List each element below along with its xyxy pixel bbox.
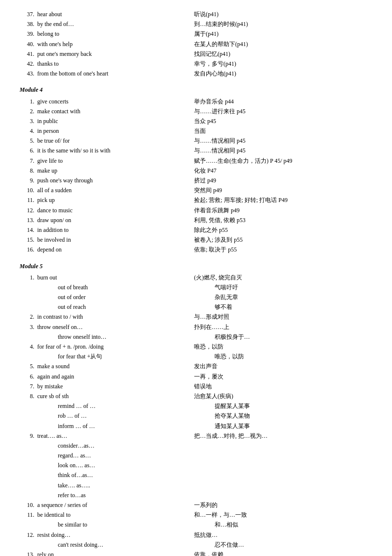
table-row: 6.again and again一再，屡次 [20, 372, 372, 381]
table-row: refer to…as [20, 491, 372, 500]
table-row: throw oneself into…积极投身于… [20, 332, 372, 342]
entry-phrase: push one's way through [37, 176, 194, 185]
entry-translation: 与……情况相同 p45 [194, 146, 372, 155]
entry-translation: 听说(p41) [194, 10, 372, 19]
entry-translation: 一再，屡次 [194, 372, 372, 381]
entry-number: 10. [20, 186, 37, 195]
entry-phrase: take…. as….. [58, 481, 215, 490]
table-row: 13.rely on依靠，依赖 [20, 550, 372, 556]
entry-translation: 一系列的 [194, 501, 372, 510]
entry-number: 13. [20, 216, 37, 225]
entry-translation: 找回记忆(p41) [194, 50, 372, 59]
entry-number: 13. [20, 550, 37, 556]
table-row: 4.for fear of + n. /pron. /doing唯恐，以防 [20, 342, 372, 352]
entry-number: 7. [20, 382, 37, 391]
content: 37.hear about听说(p41)38.by the end of…到…结… [20, 10, 372, 556]
entry-phrase: hear about [37, 10, 194, 19]
entry-translation: 气喘吁吁 [215, 283, 372, 292]
entry-number [40, 461, 58, 470]
entry-translation: 伴着音乐跳舞 p49 [194, 206, 372, 215]
table-row: 4.in person当面 [20, 126, 372, 136]
entry-phrase: out of breath [58, 283, 215, 292]
entry-translation: 当面 [194, 126, 372, 136]
entry-number: 3. [20, 323, 37, 332]
entry-phrase: put one's memory back [37, 50, 194, 59]
entry-phrase: draw upon/ on [37, 216, 194, 225]
table-row: 10.a sequence / series of一系列的 [20, 501, 372, 510]
entry-phrase: from the bottom of one's heart [37, 69, 194, 78]
entry-phrase: rob … of … [58, 411, 215, 421]
entry-phrase: give concerts [37, 97, 194, 106]
table-row: 5.be true of/ for与……情况相同 p45 [20, 136, 372, 146]
entry-translation: 与…形成对照 [194, 312, 372, 322]
entry-translation: 在某人的帮助下(p41) [194, 40, 372, 49]
entry-translation: 把…当成…对待, 把…视为… [194, 431, 372, 441]
entry-number [40, 520, 58, 530]
table-row: for fear that +从句唯恐，以防 [20, 352, 372, 361]
entry-translation: 依靠; 取决于 p55 [194, 245, 372, 254]
entry-translation: 和…一样，与…一致 [194, 510, 372, 520]
entry-number [40, 293, 58, 302]
entry-phrase: dance to music [37, 206, 194, 215]
table-row: 1.give concerts举办音乐会 p44 [20, 97, 372, 106]
entry-translation: 到…结束的时候(p41) [194, 20, 372, 29]
entry-number: 8. [20, 166, 37, 176]
entry-phrase: out of reach [58, 303, 215, 312]
entry-translation: 提醒某人某事 [215, 402, 372, 411]
entry-phrase: for fear that +从句 [58, 352, 215, 361]
entry-number [40, 422, 58, 431]
entry-phrase: resist doing… [37, 531, 194, 540]
entry-translation: 发自内心地(p41) [194, 69, 372, 78]
entry-translation: 挤过 p49 [194, 176, 372, 185]
entry-phrase: all of a sudden [37, 186, 194, 195]
table-row: regard… as… [20, 451, 372, 460]
table-row: 9.treat…. as…把…当成…对待, 把…视为… [20, 431, 372, 441]
table-row: look on…. as… [20, 461, 372, 470]
entry-number [40, 332, 58, 342]
entry-number [40, 303, 58, 312]
table-row: 1.burn out(火)燃尽, 烧完自灭 [20, 273, 372, 282]
entry-number: 12. [20, 531, 37, 540]
table-row: take…. as….. [20, 481, 372, 490]
entry-number: 11. [20, 196, 37, 205]
entry-phrase: by mistake [37, 382, 194, 391]
entry-phrase: in person [37, 126, 194, 136]
table-row: 10.all of a sudden突然间 p49 [20, 186, 372, 195]
entry-translation: 当众 p45 [194, 117, 372, 126]
entry-number [40, 471, 58, 480]
entry-phrase: depend on [37, 245, 194, 254]
table-row: out of breath气喘吁吁 [20, 283, 372, 292]
entry-number: 42. [20, 59, 37, 69]
entry-number: 2. [20, 312, 37, 322]
table-row: 42.thanks to幸亏，多亏(p41) [20, 59, 372, 69]
table-row: 5.make a sound发出声音 [20, 362, 372, 371]
entry-translation: 赋予……生命(生命力，活力) P 45/ p49 [194, 156, 372, 166]
table-row: 12.dance to music伴着音乐跳舞 p49 [20, 206, 372, 215]
entry-translation: 幸亏，多亏(p41) [194, 59, 372, 69]
entry-translation: 依靠，依赖 [194, 550, 372, 556]
table-row: 11.pick up捡起; 营救; 用车接; 好转; 打电话 P49 [20, 196, 372, 205]
entry-phrase: it is the same with/ so it is with [37, 146, 194, 155]
entry-number: 3. [20, 117, 37, 126]
table-row: 11.be identical to和…一样，与…一致 [20, 510, 372, 520]
entry-phrase: can't resist doing… [58, 540, 215, 550]
entry-number: 15. [20, 235, 37, 245]
entry-translation: 捡起; 营救; 用车接; 好转; 打电话 P49 [194, 196, 372, 205]
table-row: 39.belong to属于(p41) [20, 29, 372, 39]
entry-number: 9. [20, 176, 37, 185]
entry-phrase: out of order [58, 293, 215, 302]
entry-phrase: make contact with [37, 107, 194, 116]
table-row: 38.by the end of…到…结束的时候(p41) [20, 20, 372, 29]
entry-number: 8. [20, 392, 37, 401]
entry-number: 7. [20, 156, 37, 166]
entry-translation [215, 491, 372, 500]
entry-number [40, 491, 58, 500]
entry-number: 1. [20, 273, 37, 282]
entry-number: 5. [20, 136, 37, 146]
entry-number: 6. [20, 146, 37, 155]
entry-number: 14. [20, 226, 37, 235]
entry-number: 6. [20, 372, 37, 381]
entry-translation: 错误地 [194, 382, 372, 391]
entry-number: 39. [20, 29, 37, 39]
entry-number: 37. [20, 10, 37, 19]
